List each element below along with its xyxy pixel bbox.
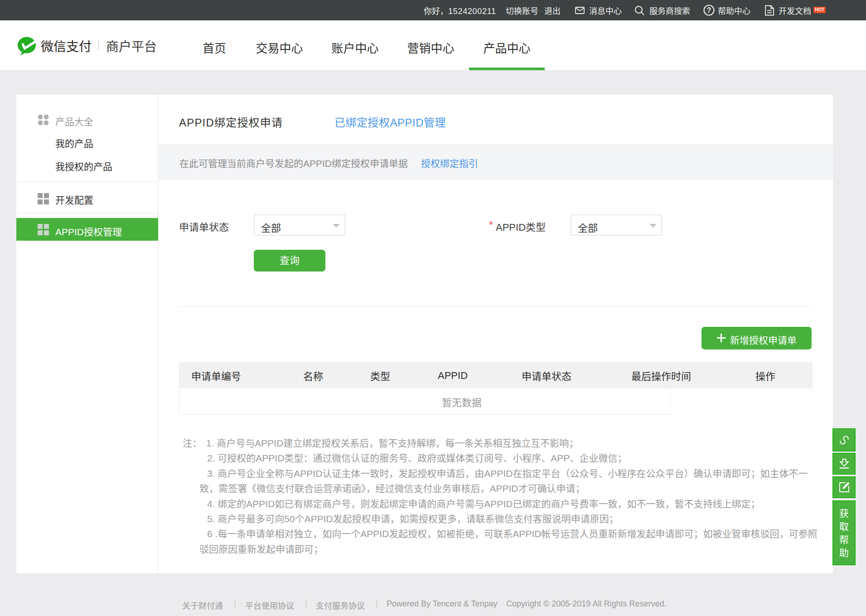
svg-text:?: ? (707, 6, 711, 14)
